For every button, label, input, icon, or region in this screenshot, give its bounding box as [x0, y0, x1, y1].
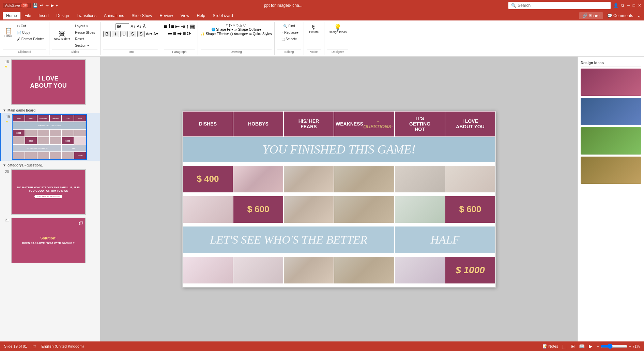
section-collapse-icon[interactable]: ▼	[3, 108, 6, 112]
tab-home[interactable]: Home	[3, 12, 20, 19]
drawing-shapes[interactable]: □ ▷ ○ ◇ △ ⬡	[226, 23, 246, 27]
slide-item-21[interactable]: 21 🏷 Solution: DOES DAD LOVE PIZZA WITH …	[0, 216, 100, 265]
notes-button[interactable]: 📝 Notes	[542, 344, 558, 349]
bullets-button[interactable]: ≡	[164, 24, 167, 30]
save-icon[interactable]: 💾	[33, 3, 38, 8]
image-bottom-4	[334, 257, 395, 284]
columns-button[interactable]: ▦	[190, 23, 195, 30]
italic-button[interactable]: I	[112, 31, 119, 37]
normal-view-button[interactable]: ⬚	[562, 343, 567, 349]
line-spacing-button[interactable]: ↕	[186, 24, 189, 30]
slide-view-icon[interactable]: ⬚	[32, 344, 36, 349]
section-collapse-icon-2[interactable]: ▼	[3, 163, 6, 167]
tab-insert[interactable]: Insert	[35, 12, 52, 19]
tab-design[interactable]: Design	[53, 12, 72, 19]
paste-button[interactable]: 📋 Paste	[3, 27, 14, 39]
window-maximize-icon[interactable]: □	[633, 3, 635, 8]
design-idea-3[interactable]	[581, 127, 641, 155]
user-avatar[interactable]: 👤	[613, 3, 618, 8]
justify-button[interactable]: ≡	[183, 31, 186, 37]
zoom-slider[interactable]	[600, 343, 628, 349]
slide-info: Slide 19 of 81	[4, 344, 27, 348]
present-icon[interactable]: ▶	[51, 3, 54, 8]
font-color-button[interactable]: A▾	[153, 32, 158, 36]
font-case-button[interactable]: Aa▾	[146, 32, 152, 36]
dictate-icon: 🎙	[311, 24, 317, 30]
numbering-button[interactable]: 1≡	[168, 24, 174, 30]
zoom-out-button[interactable]: −	[597, 344, 599, 348]
new-slide-button[interactable]: 🖼 New Slide ▾	[52, 30, 72, 42]
tab-transitions[interactable]: Transitions	[73, 12, 100, 19]
section-button[interactable]: Section ▾	[73, 43, 97, 48]
window-minimize-icon[interactable]: ─	[627, 3, 630, 8]
find-button[interactable]: 🔍 Find	[281, 23, 297, 29]
redo-icon[interactable]: ↪	[45, 3, 49, 8]
tab-slidelizard[interactable]: SlideLizard	[209, 12, 236, 19]
align-left-button[interactable]: ⬅	[168, 30, 172, 37]
filename: ppt for images- cha...	[264, 3, 303, 8]
presentation-view-button[interactable]: ▶	[589, 343, 593, 349]
reading-view-button[interactable]: 📖	[579, 343, 585, 349]
bold-button[interactable]: B	[103, 31, 111, 37]
search-bar[interactable]: 🔍	[508, 2, 611, 9]
tab-view[interactable]: View	[177, 12, 193, 19]
window-restore-icon[interactable]: ⧉	[621, 3, 624, 8]
shape-fill-button[interactable]: 🪣 Shape Fill▾	[211, 28, 233, 31]
copy-button[interactable]: 📄 Copy	[15, 30, 46, 35]
cut-button[interactable]: ✂ Cut	[15, 23, 46, 29]
slide-sorter-button[interactable]: ⊞	[571, 343, 575, 349]
search-input[interactable]	[518, 3, 608, 8]
clear-format-icon[interactable]: Ā	[143, 24, 145, 29]
comments-button[interactable]: 💬 Comments	[607, 13, 633, 18]
dictate-button[interactable]: 🎙 Dictate	[307, 23, 320, 35]
decrease-indent-button[interactable]: ⇤	[175, 23, 180, 30]
share-button[interactable]: 🔗 Share	[579, 12, 603, 19]
format-painter-button[interactable]: 🖌 Format Painter	[15, 36, 46, 42]
increase-indent-button[interactable]: ⇥	[181, 23, 185, 30]
underline-button[interactable]: U	[120, 31, 128, 37]
ribbon-group-drawing: □ ▷ ○ ◇ △ ⬡ 🪣 Shape Fill▾ ▱ Shape Outlin…	[198, 22, 275, 55]
select-button[interactable]: ⬚ Select▾	[279, 36, 299, 42]
slide-item-19[interactable]: 19 ★ DISHES HOBBYS HIS/HER FEARS WEAKNES…	[0, 113, 100, 161]
tab-slideshow[interactable]: Slide Show	[128, 12, 155, 19]
font-size-input[interactable]	[116, 23, 129, 30]
font-decrease-icon[interactable]: A↓	[137, 24, 141, 29]
design-idea-4[interactable]	[581, 157, 641, 184]
tab-animations[interactable]: Animations	[101, 12, 127, 19]
font-label: Font	[103, 49, 158, 54]
ribbon-expand-icon[interactable]: ⌄	[637, 13, 641, 18]
autosave-button[interactable]: AutoSave Off	[3, 3, 31, 8]
align-right-button[interactable]: ➡	[177, 30, 182, 37]
design-idea-1[interactable]	[581, 69, 641, 96]
design-idea-2[interactable]	[581, 98, 641, 125]
strikethrough-button[interactable]: S	[129, 31, 136, 37]
replace-button[interactable]: ↔ Replace▾	[277, 30, 301, 35]
drawing-label: Drawing	[201, 49, 272, 54]
layout-button[interactable]: Layout ▾	[73, 23, 97, 29]
window-close-icon[interactable]: ✕	[638, 3, 641, 8]
ribbon-group-clipboard: 📋 Paste ✂ Cut 📄 Copy 🖌 Format Painter Cl…	[0, 22, 49, 55]
editing-label: Editing	[277, 49, 301, 54]
section-label-2: category1 - question1	[7, 163, 43, 167]
customize-icon[interactable]: ▾	[56, 3, 58, 8]
slide-item-18[interactable]: 18 ★ I LOVE ABOUT YOU	[0, 58, 100, 106]
text-direction-button[interactable]: ⟳	[187, 30, 191, 37]
font-increase-icon[interactable]: A↑	[131, 24, 135, 29]
shape-outline-button[interactable]: ▱ Shape Outline▾	[234, 28, 261, 31]
section-label: Main game board	[7, 108, 35, 112]
zoom-control: − + 71%	[597, 343, 640, 349]
shadow-button[interactable]: S	[137, 31, 145, 37]
reuse-slides-button[interactable]: Reuse Slides	[73, 30, 97, 35]
undo-icon[interactable]: ↩	[40, 3, 43, 8]
design-ideas-button[interactable]: 💡 Design Ideas	[327, 23, 349, 35]
align-center-button[interactable]: ≡	[173, 31, 176, 37]
tab-file[interactable]: File	[21, 12, 34, 19]
zoom-in-button[interactable]: +	[629, 344, 631, 348]
tab-review[interactable]: Review	[156, 12, 176, 19]
arrange-button[interactable]: ⬡ Arrange▾	[230, 32, 248, 36]
reset-button[interactable]: Reset	[73, 36, 97, 42]
shape-effects-button[interactable]: ✨ Shape Effects▾	[201, 32, 229, 36]
quick-styles-button[interactable]: ≋ Quick Styles	[249, 32, 272, 36]
slide-item-20[interactable]: 20 NO MATTER HOW STRONG THE SMELL IS, IT…	[0, 168, 100, 216]
tab-help[interactable]: Help	[194, 12, 209, 19]
